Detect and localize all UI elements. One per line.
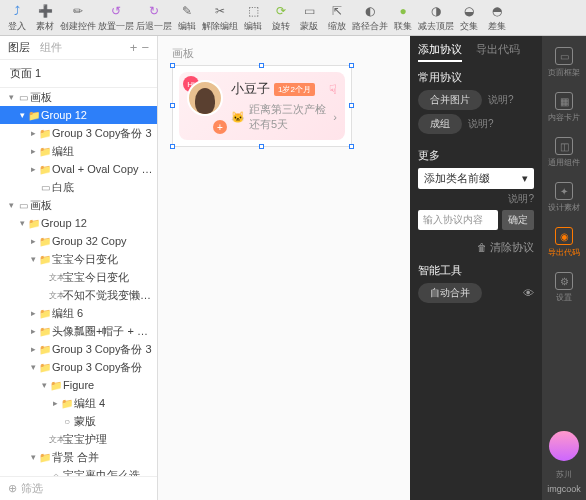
far-item[interactable]: ⚙设置 [542, 267, 586, 308]
tree-item[interactable]: ▸📁编组 4 [0, 394, 157, 412]
toolbar-label: 编辑 [178, 20, 196, 33]
toolbar-label: 后退一层 [136, 20, 172, 33]
auto-merge-button[interactable]: 自动合并 [418, 283, 482, 303]
far-item[interactable]: ✦设计素材 [542, 177, 586, 218]
far-label: 页面框架 [548, 67, 580, 78]
merge-image-button[interactable]: 合并图片 [418, 90, 482, 110]
tree-item[interactable]: ▸📁头像瓢圈+帽子 + 雪花 [0, 322, 157, 340]
far-item[interactable]: ◉导出代码 [542, 222, 586, 263]
tree-item[interactable]: ○蒙版 [0, 412, 157, 430]
toolbar-item[interactable]: ⤴登入 [4, 3, 30, 33]
group-button[interactable]: 成组 [418, 114, 462, 134]
tree-item[interactable]: ▾📁Group 12 [0, 106, 157, 124]
toolbar-icon: ✎ [179, 3, 195, 19]
tree-item[interactable]: ▸📁Group 32 Copy [0, 232, 157, 250]
tree-item[interactable]: ▾📁Figure [0, 376, 157, 394]
tree-item[interactable]: ▸📁Group 3 Copy备份 3 [0, 340, 157, 358]
tree-item[interactable]: ▸📁编组 [0, 142, 157, 160]
more-icon[interactable]: − [141, 40, 149, 55]
tree-item[interactable]: ⟐宝宝裹巾怎么选 [0, 466, 157, 476]
far-item[interactable]: ◫通用组件 [542, 132, 586, 173]
toolbar-icon: ✏ [70, 3, 86, 19]
clear-protocol[interactable]: 🗑 清除协议 [418, 240, 534, 255]
tree-item[interactable]: ▸📁Oval + Oval Copy + Oval Cop... [0, 160, 157, 178]
tree-item[interactable]: ▾📁Group 12 [0, 214, 157, 232]
toolbar-item[interactable]: ✏创建控件 [60, 3, 96, 33]
user-avatar[interactable] [549, 431, 579, 461]
toolbar-item[interactable]: ↻后退一层 [136, 3, 172, 33]
page-name[interactable]: 页面 1 [0, 60, 157, 88]
tab-export-code[interactable]: 导出代码 [476, 42, 520, 62]
toolbar-icon: ◒ [461, 3, 477, 19]
tree-item[interactable]: ▾📁宝宝今日变化 [0, 250, 157, 268]
toolbar-icon: ✂ [212, 3, 228, 19]
tree-item[interactable]: 文本宝宝护理 [0, 430, 157, 448]
chevron-down-icon: ▾ [522, 172, 528, 185]
toolbar-icon: ⇱ [329, 3, 345, 19]
countdown-text: 距离第三次产检还有5天 [249, 102, 329, 132]
toolbar-label: 解除编组 [202, 20, 238, 33]
tree-item[interactable]: 文本宝宝今日变化 [0, 268, 157, 286]
tree-item[interactable]: ▾📁背景 合并 [0, 448, 157, 466]
far-right-bar: ▭页面框架▦内容卡片◫通用组件✦设计素材◉导出代码⚙设置苏川imgcook [542, 36, 586, 500]
toolbar-icon: ↺ [108, 3, 124, 19]
toolbar-item[interactable]: ➕素材 [32, 3, 58, 33]
tree-item[interactable]: ▾▭画板 [0, 196, 157, 214]
toolbar-label: 旋转 [272, 20, 290, 33]
toolbar-item[interactable]: ◒交集 [456, 3, 482, 33]
tab-add-protocol[interactable]: 添加协议 [418, 42, 462, 62]
add-icon[interactable]: + [130, 40, 138, 55]
far-item[interactable]: ▭页面框架 [542, 42, 586, 83]
far-label: 通用组件 [548, 157, 580, 168]
artboard-label: 画板 [172, 46, 396, 61]
far-icon: ▦ [555, 92, 573, 110]
far-icon: ◫ [555, 137, 573, 155]
artboard[interactable]: Hi + 小豆子 1岁2个月 🐱 距离第三次产检还有5天 › ☟ [172, 65, 352, 147]
right-tabs: 添加协议 导出代码 [418, 42, 534, 62]
toolbar-item[interactable]: ⬚编辑 [240, 3, 266, 33]
protocol-input[interactable]: 输入协议内容 [418, 210, 498, 230]
tree-item[interactable]: ▾📁Group 3 Copy备份 [0, 358, 157, 376]
far-icon: ⚙ [555, 272, 573, 290]
tree-item[interactable]: ▭白底 [0, 178, 157, 196]
cat-icon: 🐱 [231, 111, 245, 124]
tree-item[interactable]: ▸📁编组 6 [0, 304, 157, 322]
help-link[interactable]: 说明? [468, 117, 494, 131]
tree-item[interactable]: 文本不知不觉我变懒了，在拥挤的小房... [0, 286, 157, 304]
toolbar-item[interactable]: ✂解除编组 [202, 3, 238, 33]
visibility-icon[interactable]: 👁 [523, 287, 534, 299]
avatar [187, 80, 223, 116]
class-prefix-select[interactable]: 添加类名前缀▾ [418, 168, 534, 189]
tree-item[interactable]: ▾▭画板 [0, 88, 157, 106]
toolbar-item[interactable]: ⇱缩放 [324, 3, 350, 33]
add-avatar-icon[interactable]: + [213, 120, 227, 134]
toolbar-item[interactable]: ◐路径合并 [352, 3, 388, 33]
help-link[interactable]: 说明? [488, 93, 514, 107]
toolbar-item[interactable]: ↺放置一层 [98, 3, 134, 33]
toolbar-item[interactable]: ⟳旋转 [268, 3, 294, 33]
filter-row[interactable]: ⊕ 筛选 [0, 476, 157, 500]
tab-components[interactable]: 组件 [40, 40, 62, 55]
far-label: 设计素材 [548, 202, 580, 213]
hand-icon: ☟ [329, 82, 337, 97]
canvas[interactable]: 画板 Hi + 小豆子 1岁2个月 🐱 [158, 36, 410, 500]
tab-layers[interactable]: 图层 [8, 40, 30, 55]
toolbar-item[interactable]: ✎编辑 [174, 3, 200, 33]
toolbar-icon: ↻ [146, 3, 162, 19]
user-name: 苏川 [556, 469, 572, 480]
baby-card[interactable]: Hi + 小豆子 1岁2个月 🐱 距离第三次产检还有5天 › ☟ [179, 72, 345, 140]
help-link[interactable]: 说明? [508, 192, 534, 206]
toolbar-item[interactable]: ◑减去顶层 [418, 3, 454, 33]
toolbar-label: 减去顶层 [418, 20, 454, 33]
toolbar-label: 缩放 [328, 20, 346, 33]
baby-name: 小豆子 [231, 80, 270, 98]
toolbar-item[interactable]: ▭蒙版 [296, 3, 322, 33]
toolbar-item[interactable]: ◓差集 [484, 3, 510, 33]
toolbar-item[interactable]: ●联集 [390, 3, 416, 33]
tree-item[interactable]: ▸📁Group 3 Copy备份 3 [0, 124, 157, 142]
toolbar-icon: ● [395, 3, 411, 19]
common-protocol-title: 常用协议 [418, 70, 534, 85]
toolbar-label: 编辑 [244, 20, 262, 33]
far-item[interactable]: ▦内容卡片 [542, 87, 586, 128]
confirm-button[interactable]: 确定 [502, 210, 534, 230]
